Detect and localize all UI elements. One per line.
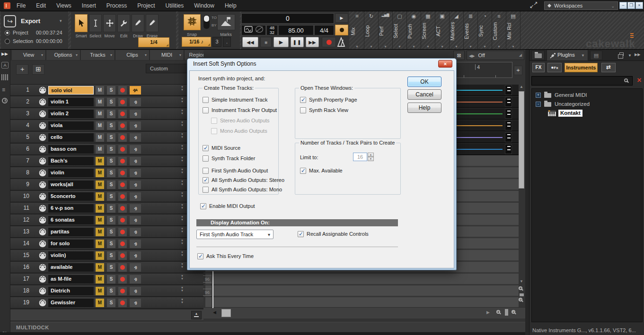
arm-record-button[interactable] <box>118 145 127 154</box>
mute-button[interactable]: M <box>96 251 104 260</box>
synth-fx-filter-button[interactable]: ●Fx <box>547 63 562 72</box>
enable-midi-output-label[interactable]: Enable MIDI Output <box>209 203 255 209</box>
arm-record-button[interactable] <box>118 121 127 130</box>
input-echo-button[interactable]: •)) <box>130 145 141 154</box>
play-button[interactable]: ▶ <box>273 37 289 47</box>
create-all-synth-audio-outputs-stereo-checkbox[interactable] <box>203 177 209 183</box>
track-name[interactable]: for solo <box>48 240 94 248</box>
vzoom-out-button[interactable]: − <box>518 286 525 292</box>
track-name[interactable]: violin 2 <box>48 110 94 118</box>
recall-assignable-controls-label[interactable]: Recall Assignable Controls <box>307 231 369 237</box>
track-name[interactable]: as M-file <box>48 275 94 283</box>
notes-browser-tab[interactable]: ▤ <box>590 51 602 60</box>
create-first-synth-audio-output-label[interactable]: First Synth Audio Output <box>212 168 268 174</box>
palette-icon[interactable] <box>255 26 264 35</box>
clip-lane[interactable] <box>205 285 519 297</box>
export-label[interactable]: Export <box>21 17 40 25</box>
clip-block[interactable] <box>505 97 512 107</box>
mute-button[interactable]: M <box>96 157 104 165</box>
input-echo-button[interactable]: •)) <box>130 251 141 260</box>
mute-button[interactable]: M <box>96 263 104 272</box>
solo-button[interactable]: S <box>107 157 115 165</box>
mute-button[interactable]: M <box>96 275 104 283</box>
metronome-icon[interactable] <box>337 37 345 49</box>
tool-move-button[interactable] <box>103 14 116 32</box>
time-signature-display[interactable]: 4/4 <box>314 25 334 35</box>
expand-chevron-icon[interactable]: ▾▾ <box>179 227 185 233</box>
module-tab-custom[interactable]: ≡Custom▾ <box>492 11 506 49</box>
input-echo-button[interactable]: •)) <box>130 240 141 248</box>
solo-button[interactable]: S <box>107 180 115 189</box>
open-synth-property-page-label[interactable]: Synth Property Page <box>309 97 357 103</box>
mute-button[interactable]: M <box>96 240 104 248</box>
clip-lane[interactable] <box>205 274 519 285</box>
media-browser-tab[interactable] <box>531 51 545 60</box>
limit-to-spinner[interactable]: 16 <box>353 153 367 161</box>
arm-record-button[interactable] <box>118 180 127 189</box>
export-selection-radio[interactable] <box>5 39 10 44</box>
cancel-button[interactable]: Cancel <box>407 89 441 100</box>
arm-record-button[interactable] <box>118 98 127 106</box>
create-all-synth-audio-outputs-mono-label[interactable]: All Synth Audio Outputs: Mono <box>212 187 282 193</box>
hscroll-left-button[interactable]: ◀ <box>213 310 216 315</box>
create-first-synth-audio-output-checkbox[interactable] <box>203 168 209 174</box>
track-name[interactable]: violin 1 <box>48 98 94 106</box>
expand-chevron-icon[interactable]: ▾▾ <box>179 86 185 91</box>
add-track-button[interactable]: ＋ <box>16 64 28 75</box>
create-all-synth-audio-outputs-stereo-label[interactable]: All Synth Audio Outputs: Stereo <box>212 177 284 183</box>
mute-button[interactable]: M <box>96 145 104 154</box>
solo-button[interactable]: S <box>107 169 115 177</box>
arm-record-button[interactable] <box>118 287 127 295</box>
track-name[interactable]: 6 sonatas <box>48 216 94 224</box>
input-echo-button[interactable]: •)) <box>130 157 141 165</box>
expand-toolbar-icon[interactable]: ↗↙ <box>530 2 538 9</box>
collapse-button[interactable]: ▲ <box>191 311 202 319</box>
snap-to-by-toggle[interactable] <box>203 15 210 29</box>
tree-item-general-midi[interactable]: +General MIDI <box>532 91 642 100</box>
mute-button[interactable]: M <box>96 98 104 106</box>
hzoom-slider[interactable] <box>505 309 508 316</box>
create-synth-track-folder-label[interactable]: Synth Track Folder <box>212 155 255 162</box>
expand-chevron-icon[interactable]: ▾▾ <box>179 215 185 221</box>
list-icon[interactable]: ≡ <box>2 86 5 93</box>
mute-button[interactable]: M <box>96 133 104 142</box>
solo-button[interactable]: S <box>107 192 115 201</box>
solo-button[interactable]: S <box>107 216 115 224</box>
expand-chevron-icon[interactable]: ▾▾ <box>179 275 185 280</box>
hzoom-in-button[interactable]: + <box>511 309 518 316</box>
tool-select-button[interactable] <box>89 14 102 32</box>
vscroll-down-button[interactable]: ▼ <box>518 279 525 286</box>
input-echo-button[interactable]: •)) <box>130 180 141 189</box>
expand-chevron-icon[interactable]: ▾▾ <box>179 168 185 174</box>
expand-chevron-icon[interactable]: ▾▾ <box>179 156 185 162</box>
module-tab-loop[interactable]: ↻Loop▾ <box>364 11 379 49</box>
tree-item-uncategorized[interactable]: -Uncategorized <box>532 100 642 109</box>
create-instrument-track-per-output-label[interactable]: Instrument Track Per Output <box>212 107 277 113</box>
expand-chevron-icon[interactable]: ▾▾ <box>179 239 185 245</box>
module-tab-punch[interactable]: ◉Punch▾ <box>407 11 421 49</box>
menu-project[interactable]: Project <box>132 0 160 11</box>
module-tab-mix[interactable]: ≡Mix▾ <box>350 11 364 49</box>
tree-expander-icon[interactable]: + <box>536 93 541 98</box>
solo-button[interactable]: S <box>107 121 115 130</box>
track-name[interactable]: solo viol <box>48 86 94 94</box>
hscroll-thumb[interactable] <box>221 309 231 317</box>
arm-record-button[interactable] <box>118 86 127 94</box>
mute-button[interactable]: M <box>96 228 104 236</box>
arranger-icon[interactable]: A <box>1 62 9 69</box>
input-echo-button[interactable]: •)) <box>130 299 141 307</box>
audio-fx-filter-button[interactable]: FX <box>532 63 545 72</box>
track-view-tab-view[interactable]: View▾ <box>12 50 46 60</box>
arm-record-button[interactable] <box>118 251 127 260</box>
clip-block[interactable] <box>505 109 512 119</box>
arm-record-button[interactable] <box>118 169 127 177</box>
limit-to-spin-buttons[interactable]: ▲▼ <box>368 153 374 161</box>
create-instrument-track-per-output-checkbox[interactable] <box>203 107 209 113</box>
max-available-label[interactable]: Max. Available <box>309 168 343 174</box>
expand-chevron-icon[interactable]: ▾▾ <box>179 97 185 103</box>
hscroll-right-button[interactable]: ▶ <box>486 310 490 315</box>
clear-search-button[interactable]: × <box>635 76 644 86</box>
panel-menu-icon[interactable]: ▼ <box>628 53 632 58</box>
module-tab-events[interactable]: ≣Events▾ <box>464 11 478 49</box>
menu-file[interactable]: File <box>11 0 31 11</box>
